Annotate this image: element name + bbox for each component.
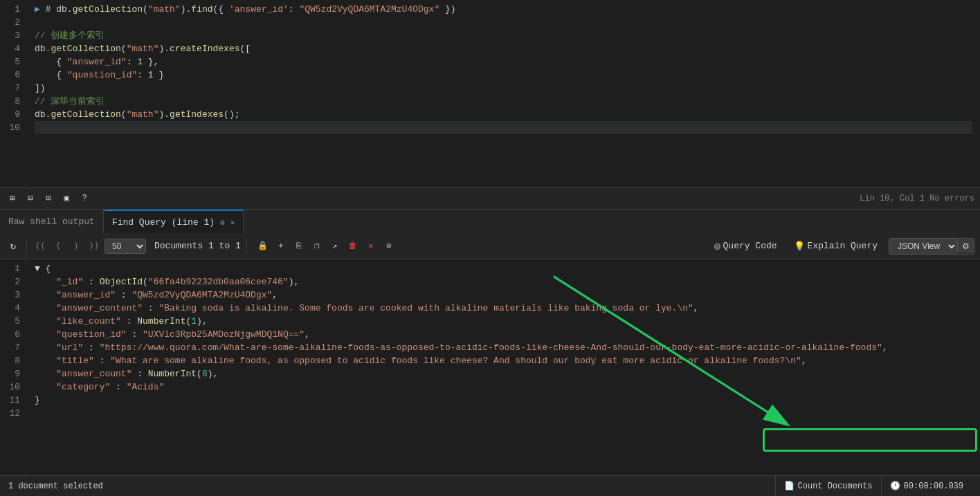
line-number: 6 — [6, 68, 20, 82]
view-settings-button[interactable]: ⚙ — [957, 239, 974, 253]
editor-toolbar: ⊞ ⊟ ⊡ ▣ ? Lin 10, Col 1 No errors — [0, 187, 980, 209]
result-line: "like_count" : NumberInt(1), — [35, 315, 972, 328]
editor-status: Lin 10, Col 1 No errors — [860, 194, 974, 203]
result-line: "_id" : ObjectId("66fa4b92232db0aa06cee7… — [35, 275, 972, 288]
toolbar-separator-2 — [246, 239, 247, 253]
line-number: 2 — [6, 16, 20, 29]
result-line-number: 8 — [6, 354, 20, 367]
result-line: "answer_count" : NumberInt(8), — [35, 367, 972, 380]
nav-next-button[interactable]: ⟩ — [69, 239, 84, 254]
result-line: "answer_id" : "QW5zd2VyQDA6MTA2MzU4ODgx"… — [35, 288, 972, 302]
filter-button[interactable]: ⊘ — [381, 239, 397, 254]
explain-query-label: Explain Query — [808, 241, 878, 251]
clock-icon: 🕐 — [890, 481, 900, 491]
result-line-number: 11 — [6, 394, 20, 407]
query-code-button[interactable]: ◎ Query Code — [709, 238, 782, 254]
results-area: 123456789101112 ▼ { "_id" : ObjectId("66… — [0, 259, 980, 475]
delete-red-button[interactable]: 🗑 — [345, 239, 361, 254]
result-line-number: 3 — [6, 288, 20, 302]
result-line-number: 6 — [6, 328, 20, 341]
export-button[interactable]: ↗ — [327, 239, 343, 254]
result-line-number: 7 — [6, 341, 20, 354]
editor-help-icon[interactable]: ? — [78, 192, 91, 205]
result-line-number: 10 — [6, 380, 20, 394]
result-line: } — [35, 394, 972, 407]
tab-raw-shell[interactable]: Raw shell output — [0, 210, 104, 233]
editor-line: db.getCollection("math").createIndexes([ — [35, 42, 972, 55]
bulb-icon: 💡 — [794, 241, 805, 252]
editor-line: ]) — [35, 82, 972, 95]
editor-icon-1[interactable]: ⊞ — [6, 192, 19, 205]
query-code-label: Query Code — [723, 241, 777, 251]
refresh-button[interactable]: ↻ — [6, 239, 21, 254]
nav-prev-button[interactable]: ⟨ — [51, 239, 66, 254]
editor-line: db.getCollection("math").getIndexes(); — [35, 108, 972, 121]
result-line-number: 1 — [6, 262, 20, 275]
editor-line: { "question_id": 1 } — [35, 68, 972, 82]
result-line-number: 2 — [6, 275, 20, 288]
line-number: 7 — [6, 82, 20, 95]
nav-first-button[interactable]: ⟨⟨ — [33, 239, 48, 254]
query-toolbar: ↻ ⟨⟨ ⟨ ⟩ ⟩⟩ 50 10 25 100 250 Documents 1… — [0, 233, 980, 259]
status-bar: 1 document selected 📄 Count Documents 🕐 … — [0, 475, 980, 496]
editor-line — [35, 121, 972, 134]
documents-count: Documents 1 to 1 — [154, 241, 241, 251]
count-docs-icon: 📄 — [784, 481, 795, 491]
result-line-number: 12 — [6, 407, 20, 420]
line-number: 8 — [6, 95, 20, 108]
result-line: "url" : "https://www.quora.com/What-are-… — [35, 341, 972, 354]
editor-code-content[interactable]: ▶ # db.getCollection("math").find({ 'ans… — [26, 0, 980, 187]
page-size-select[interactable]: 50 10 25 100 250 — [105, 239, 146, 254]
count-documents-button[interactable]: 📄 Count Documents — [775, 476, 881, 497]
count-documents-label: Count Documents — [798, 481, 873, 491]
results-line-numbers: 123456789101112 — [0, 259, 26, 475]
timer-value: 00:00:00.039 — [904, 481, 963, 491]
clone-document-button[interactable]: ❐ — [309, 239, 325, 254]
line-number: 4 — [6, 42, 20, 55]
delete-filter-button[interactable]: ✕ — [363, 239, 379, 254]
selection-status: 1 document selected — [8, 481, 103, 491]
copy-document-button[interactable]: ⎘ — [291, 239, 307, 254]
editor-line: // 创建多个索引 — [35, 29, 972, 42]
editor-area: 12345678910 ▶ # db.getCollection("math")… — [0, 0, 980, 187]
editor-line: { "answer_id": 1 }, — [35, 55, 972, 68]
tab-close-button[interactable]: ✕ — [230, 218, 235, 227]
editor-icon-4[interactable]: ▣ — [60, 192, 73, 205]
tab-find-query-label: Find Query (line 1) — [112, 217, 215, 228]
result-line: "answer_content" : "Baking soda is alkal… — [35, 302, 972, 315]
tab-find-query[interactable]: Find Query (line 1) ⚙ ✕ — [104, 210, 244, 233]
editor-line: ▶ # db.getCollection("math").find({ 'ans… — [35, 3, 972, 16]
tab-raw-shell-label: Raw shell output — [8, 217, 95, 227]
result-line-number: 4 — [6, 302, 20, 315]
nav-last-button[interactable]: ⟩⟩ — [87, 239, 102, 254]
result-line: "category" : "Acids" — [35, 380, 972, 394]
status-bar-right: 📄 Count Documents 🕐 00:00:00.039 — [775, 476, 972, 497]
line-number: 10 — [6, 121, 20, 134]
line-number: 1 — [6, 3, 20, 16]
editor-icon-3[interactable]: ⊡ — [42, 192, 55, 205]
result-line: "question_id" : "UXVlc3Rpb25AMDozNjgwMDQ… — [35, 328, 972, 341]
add-document-button[interactable]: + — [273, 239, 289, 254]
tab-settings-icon[interactable]: ⚙ — [220, 218, 225, 227]
view-select[interactable]: JSON View Table View Tree View — [889, 239, 957, 254]
view-select-wrapper: JSON View Table View Tree View ⚙ — [889, 238, 974, 255]
editor-line: // 深筚当前索引 — [35, 95, 972, 108]
result-line — [35, 407, 972, 420]
timer-display: 🕐 00:00:00.039 — [881, 476, 972, 497]
line-number: 5 — [6, 55, 20, 68]
line-number: 3 — [6, 29, 20, 42]
line-number: 9 — [6, 108, 20, 121]
doc-actions: 🔒 + ⎘ ❐ ↗ 🗑 ✕ ⊘ — [255, 239, 397, 254]
editor-icon-2[interactable]: ⊟ — [24, 192, 37, 205]
right-actions: ◎ Query Code 💡 Explain Query JSON View T… — [709, 238, 974, 255]
result-line-number: 9 — [6, 367, 20, 380]
toolbar-separator-1 — [26, 239, 27, 253]
lock-button[interactable]: 🔒 — [255, 239, 271, 254]
editor-line — [35, 16, 972, 29]
explain-query-button[interactable]: 💡 Explain Query — [788, 239, 883, 254]
results-content: ▼ { "_id" : ObjectId("66fa4b92232db0aa06… — [26, 259, 980, 475]
editor-line-numbers: 12345678910 — [0, 0, 26, 187]
query-code-icon: ◎ — [714, 240, 720, 252]
tabs-bar: Raw shell output Find Query (line 1) ⚙ ✕ — [0, 209, 980, 233]
result-line-number: 5 — [6, 315, 20, 328]
